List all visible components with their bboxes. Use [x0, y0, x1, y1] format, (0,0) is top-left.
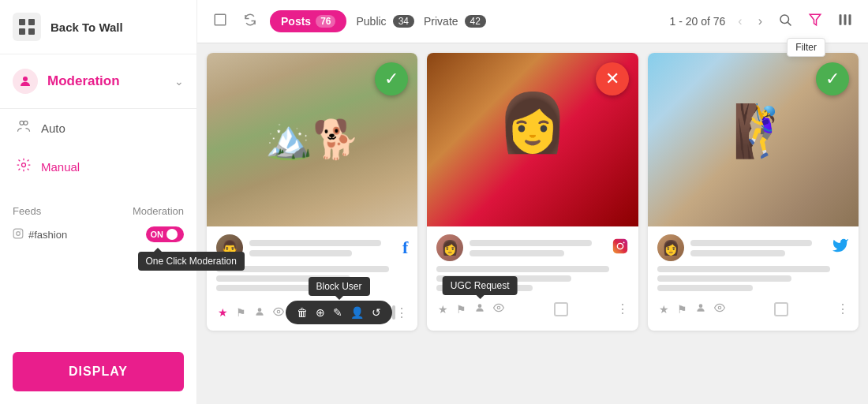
chevron-down-icon: ⌄: [174, 75, 184, 88]
settings-icon: [16, 157, 32, 177]
columns-view-button[interactable]: [835, 9, 855, 34]
post-image-3: ✓: [648, 53, 859, 226]
action-icons-left-3: ★ ⚑: [657, 301, 727, 317]
svg-rect-11: [215, 14, 226, 25]
svg-point-26: [718, 306, 721, 309]
more-button-3[interactable]: ⋮: [836, 301, 849, 316]
auto-icon: [16, 118, 32, 138]
back-to-wall-button[interactable]: Back To Wall: [0, 0, 196, 54]
bookmark-icon-3[interactable]: ⚑: [675, 301, 689, 317]
username-line-1: [249, 240, 381, 246]
prev-page-button[interactable]: ‹: [735, 13, 745, 30]
next-page-button[interactable]: ›: [755, 13, 765, 30]
moderation-left: Moderation: [13, 69, 120, 94]
facebook-icon-1: f: [402, 238, 408, 258]
rejected-badge-2[interactable]: ✕: [596, 62, 629, 95]
refresh-icon[interactable]: [240, 9, 260, 34]
star-icon-3[interactable]: ★: [657, 301, 671, 317]
feeds-col-label: Feeds: [13, 205, 41, 217]
card-actions-2: ★ ⚑ UGC Request ⋮: [427, 296, 638, 324]
feed-name-fashion: #fashion: [13, 228, 67, 241]
more-button-2[interactable]: ⋮: [616, 301, 629, 316]
star-icon-1[interactable]: ★: [216, 305, 230, 320]
bookmark-icon-2[interactable]: ⚑: [455, 301, 468, 317]
svg-rect-2: [19, 28, 25, 35]
posts-count-badge: 76: [316, 15, 335, 28]
private-label: Private: [424, 15, 458, 28]
svg-point-7: [22, 163, 26, 167]
toggle-on-text: ON: [151, 230, 164, 239]
svg-rect-1: [28, 19, 35, 25]
user-action-icon[interactable]: 👤: [347, 305, 367, 320]
private-count-badge: 42: [465, 15, 486, 28]
svg-point-5: [20, 121, 24, 125]
person-icon-1[interactable]: [253, 305, 267, 321]
avatar-3: 👩: [657, 234, 684, 261]
eye-icon-1[interactable]: [271, 305, 286, 321]
svg-line-13: [788, 22, 791, 25]
posts-tab[interactable]: Posts 76: [270, 10, 346, 32]
person-icon-2[interactable]: [473, 301, 487, 317]
select-all-icon[interactable]: [210, 9, 230, 34]
checkbox-2[interactable]: [554, 302, 568, 316]
display-button[interactable]: DISPLAY: [13, 352, 184, 391]
instagram-icon-2: [612, 238, 629, 258]
post-card-2: ✕ 👩: [427, 53, 638, 331]
public-count-badge: 34: [393, 15, 414, 28]
svg-point-24: [498, 306, 501, 309]
public-tab[interactable]: Public 34: [356, 15, 414, 28]
svg-marker-14: [810, 14, 821, 25]
toolbar: Posts 76 Public 34 Private 42 1 - 20 of …: [197, 0, 868, 43]
feed-row-fashion: #fashion ON One Click Moderation: [13, 226, 184, 242]
person-icon-3[interactable]: [694, 301, 708, 317]
checkbox-3[interactable]: [774, 302, 788, 316]
svg-rect-20: [612, 239, 627, 253]
approved-badge-3[interactable]: ✓: [816, 62, 849, 95]
private-tab[interactable]: Private 42: [424, 15, 486, 28]
moderation-label: Moderation: [47, 73, 120, 89]
delete-action-icon[interactable]: 🗑: [294, 305, 311, 320]
feeds-section: Feeds Moderation #fashion ON: [0, 193, 196, 261]
cards-grid: ✓ 👨 f ★: [197, 43, 868, 340]
card-user-row-1: 👨 f: [216, 234, 408, 261]
svg-point-25: [698, 304, 702, 308]
svg-rect-3: [28, 28, 35, 35]
nav-item-manual[interactable]: Manual: [0, 148, 196, 186]
svg-point-12: [780, 15, 789, 24]
post-image-2: ✕: [427, 53, 638, 226]
moderation-section[interactable]: Moderation ⌄: [0, 54, 196, 109]
svg-point-10: [21, 230, 21, 231]
toolbar-left: Posts 76 Public 34 Private 42: [210, 9, 486, 34]
handle-line-1: [249, 250, 352, 256]
approve-action-icon[interactable]: ⊕: [312, 305, 328, 320]
card-user-row-3: 👩: [657, 234, 849, 261]
bookmark-icon-1[interactable]: ⚑: [234, 305, 248, 320]
username-line-2: [470, 240, 591, 246]
avatar-2: 👩: [436, 234, 463, 261]
svg-rect-17: [849, 14, 851, 25]
svg-point-9: [17, 231, 21, 235]
more-button-1[interactable]: ⋮: [395, 305, 408, 320]
star-icon-2[interactable]: ★: [436, 301, 450, 317]
action-icons-left-2: ★ ⚑: [436, 301, 506, 317]
svg-point-4: [23, 77, 28, 81]
instagram-icon: [13, 228, 24, 241]
card-text-3: [657, 266, 849, 291]
wall-grid-icon: [13, 13, 41, 41]
filter-button[interactable]: Filter: [805, 9, 825, 34]
svg-rect-0: [19, 19, 25, 25]
ugc-request-tooltip: UGC Request: [443, 276, 518, 295]
card-user-row-2: 👩: [436, 234, 628, 261]
nav-item-auto[interactable]: Auto: [0, 109, 196, 148]
toolbar-right: 1 - 20 of 76 ‹ › Filter: [670, 9, 855, 34]
eye-icon-2[interactable]: [492, 301, 506, 317]
edit-action-icon[interactable]: ✎: [330, 305, 346, 320]
rotate-action-icon[interactable]: ↺: [369, 305, 384, 320]
moderation-col-label: Moderation: [133, 205, 184, 217]
eye-icon-3[interactable]: [713, 301, 727, 317]
search-button[interactable]: [775, 9, 795, 34]
svg-point-6: [24, 121, 28, 125]
moderation-toggle[interactable]: ON: [146, 226, 185, 242]
action-icons-left-1: ★ ⚑: [216, 305, 286, 321]
svg-point-22: [623, 242, 624, 244]
